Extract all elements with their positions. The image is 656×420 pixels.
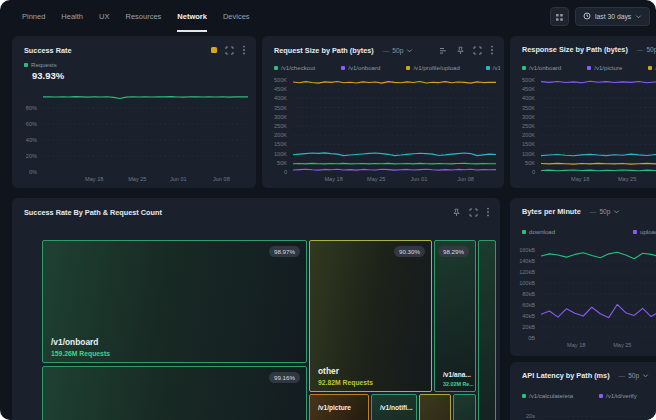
legend-item[interactable]: /v1/picture <box>587 64 622 71</box>
x-axis-labels: May 18May 25Jun 01Jun 08 <box>293 174 496 184</box>
series-/v1/checkout <box>293 163 496 164</box>
series-upload <box>541 304 656 318</box>
series-/v1/onboard <box>541 170 656 171</box>
grid-icon <box>555 8 564 26</box>
treemap-box-analytics[interactable]: 98.29% /v1/ana... 32.02M Re... <box>434 240 476 392</box>
x-axis-labels: May 18May 25Jun 01Jun 08 <box>43 174 248 184</box>
expand-icon[interactable] <box>469 208 478 217</box>
legend-item[interactable]: /v1/user/<id>/profile <box>486 64 500 71</box>
tab-devices[interactable]: Devices <box>223 0 250 32</box>
treemap-box-unlabeled-column[interactable] <box>478 240 496 420</box>
y-axis-labels: 80%60%40%20%0% <box>18 92 40 172</box>
request-count: 92.82M Requests <box>318 379 373 386</box>
legend-dot-icon <box>522 230 526 234</box>
clock-icon <box>583 12 591 21</box>
chevron-down-icon <box>406 47 413 54</box>
x-axis-labels: May 18May 25 <box>541 174 656 184</box>
chart-plot <box>541 80 656 172</box>
y-axis-labels: 500K450K400K350K300K250K200K150K100K50K0 <box>516 80 538 172</box>
chevron-down-icon <box>635 13 642 21</box>
series-/v1/profile/upload <box>541 163 656 164</box>
time-range-selector[interactable]: last 30 days <box>575 7 650 26</box>
pin-icon[interactable] <box>452 208 461 217</box>
percentile-select[interactable]: — 50p <box>590 208 621 215</box>
legend-item[interactable]: /v1/checkout <box>274 64 315 71</box>
legend-item[interactable]: Requests <box>24 61 57 68</box>
treemap-box-other[interactable]: 90.30% other 92.82M Requests <box>309 240 432 392</box>
path-label: /v1/picture <box>318 404 351 411</box>
tab-health[interactable]: Health <box>61 0 83 32</box>
treemap-box-second[interactable]: 99.16% <box>42 366 307 420</box>
percentile-select[interactable]: — 50p <box>619 372 650 379</box>
success-badge: 90.30% <box>394 246 425 257</box>
bytes-per-minute-chart: 160kB140kB120kB100kB80kB60kB40kB20kB0BMa… <box>516 250 656 350</box>
legend-item[interactable]: /v1/calculate/eta <box>522 392 573 399</box>
x-axis-labels: May 18May 25 <box>541 340 656 350</box>
top-navigation-bar: PinnedHealthUXResourcesNetworkDevices la… <box>0 0 656 32</box>
legend-item[interactable]: /v1/id/verify <box>599 392 637 399</box>
legend-item[interactable]: upload <box>633 228 656 235</box>
treemap-box-onboard[interactable]: 98.97% /v1/onboard 159.26M Requests <box>42 240 307 363</box>
panel-title: Response Size by Path (bytes) <box>522 45 628 54</box>
tab-resources[interactable]: Resources <box>125 0 161 32</box>
legend-dot-icon <box>599 394 603 398</box>
treemap-box-picture[interactable]: /v1/picture <box>309 394 369 420</box>
legend-item[interactable]: download <box>522 228 555 235</box>
series-/v1/onboard <box>293 169 496 170</box>
panel-success-rate: Success Rate Requests 93.93% 80%60%40%20… <box>12 36 256 188</box>
success-badge: 99.16% <box>269 372 300 383</box>
legend-item[interactable]: /v1/onboard <box>341 64 380 71</box>
legend-dot-icon <box>406 66 410 70</box>
legend: /v1/checkout/v1/onboard/v1/profile/uploa… <box>274 64 500 71</box>
treemap-box-notifications[interactable]: /v1/notifi... <box>371 394 417 420</box>
series-/v1/user/<id>/profile <box>293 153 496 156</box>
panel-title: Success Rate <box>24 46 71 55</box>
panel-title: Request Size by Path (bytes) <box>274 46 374 55</box>
alert-indicator-icon[interactable] <box>211 47 217 53</box>
panel-request-size: Request Size by Path (bytes) — 50p <box>262 36 504 188</box>
treemap-box-unlabeled-2[interactable] <box>453 394 476 420</box>
tab-pinned[interactable]: Pinned <box>22 0 45 32</box>
request-count: 32.02M Re... <box>443 381 474 387</box>
kebab-menu-icon[interactable] <box>490 45 494 55</box>
panel-title: Success Rate By Path & Request Count <box>24 208 162 217</box>
chart-plot <box>541 404 656 420</box>
series-Requests <box>43 97 248 99</box>
grid-layout-button[interactable] <box>550 7 569 26</box>
series-download <box>541 252 656 259</box>
treemap: 98.97% /v1/onboard 159.26M Requests 99.1… <box>40 238 494 420</box>
tab-ux[interactable]: UX <box>99 0 109 32</box>
dashboard-page: PinnedHealthUXResourcesNetworkDevices la… <box>0 0 656 420</box>
legend-item[interactable]: /v1/onboard <box>522 64 561 71</box>
expand-icon[interactable] <box>225 46 234 55</box>
legend-dot-icon <box>341 66 345 70</box>
pin-icon[interactable] <box>456 46 465 55</box>
chevron-down-icon <box>642 372 649 379</box>
chevron-down-icon <box>613 208 620 215</box>
treemap-box-unlabeled-1[interactable] <box>419 394 451 420</box>
success-rate-value: 93.93% <box>32 70 64 81</box>
legend-item[interactable]: /v1/profile/upload <box>406 64 459 71</box>
percentile-select[interactable]: — 50p <box>383 47 414 54</box>
chart-plot <box>293 80 496 172</box>
legend-dot-icon <box>648 66 652 70</box>
legend-dot-icon <box>486 66 490 70</box>
series-unnamed <box>541 154 656 156</box>
panel-title: Bytes per Minute <box>522 207 581 216</box>
expand-icon[interactable] <box>473 46 482 55</box>
legend-toggle-icon[interactable] <box>439 46 448 55</box>
chart-plot <box>541 250 656 338</box>
series-/v1/picture <box>541 81 656 82</box>
top-controls: last 30 days Filter/Cr <box>550 7 656 26</box>
success-badge: 98.97% <box>269 246 300 257</box>
tab-network[interactable]: Network <box>177 0 207 32</box>
time-range-label: last 30 days <box>595 13 631 20</box>
legend-dot-icon <box>522 66 526 70</box>
path-label: /v1/onboard <box>51 337 98 347</box>
legend-item[interactable]: /v1/profile/upload <box>648 64 656 71</box>
legend: /v1/calculate/eta/v1/id/verify/v1/onboar… <box>522 392 656 399</box>
percentile-select[interactable]: — 50p <box>637 46 656 53</box>
kebab-menu-icon[interactable] <box>242 45 246 55</box>
legend: downloadupload <box>522 228 656 235</box>
kebab-menu-icon[interactable] <box>486 207 490 217</box>
